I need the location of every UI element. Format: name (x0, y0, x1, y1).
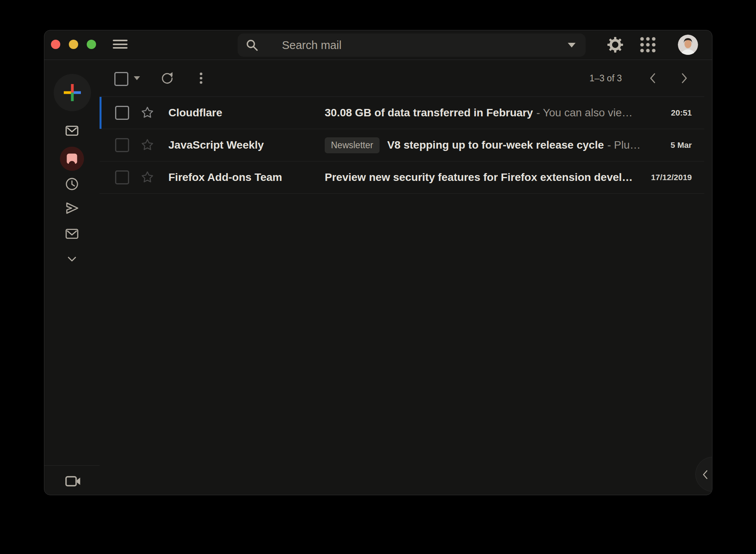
sidebar (44, 60, 100, 495)
email-checkbox[interactable] (115, 170, 129, 184)
account-avatar[interactable] (678, 35, 698, 55)
chevron-down-icon[interactable] (65, 252, 79, 266)
close-window-button[interactable] (51, 40, 60, 49)
envelope-icon[interactable] (64, 123, 80, 139)
email-checkbox[interactable] (115, 138, 129, 152)
list-toolbar: 1–3 of 3 (100, 60, 712, 96)
email-label-badge: Newsletter (325, 137, 380, 153)
select-all-checkbox[interactable] (114, 72, 128, 86)
older-page-button[interactable] (677, 72, 691, 85)
inbox-tray-icon (64, 151, 80, 167)
google-apps-button[interactable] (640, 37, 656, 53)
minimize-window-button[interactable] (69, 40, 78, 49)
vertical-dots-icon (194, 71, 208, 86)
search-icon (245, 39, 259, 52)
email-row[interactable]: Cloudflare 30.08 GB of data transferred … (100, 96, 704, 129)
email-time: 17/12/2019 (651, 173, 692, 182)
search-options-caret-icon[interactable] (568, 43, 576, 47)
email-row[interactable]: JavaScript Weekly Newsletter V8 stepping… (100, 129, 704, 161)
email-list: Cloudflare 30.08 GB of data transferred … (100, 96, 704, 194)
email-subject-area: 30.08 GB of data transferred in February… (325, 107, 671, 119)
compose-button[interactable] (54, 74, 91, 111)
email-sender: JavaScript Weekly (168, 139, 325, 151)
selected-row-accent (100, 97, 102, 129)
top-bar (44, 30, 712, 60)
select-options-caret-icon[interactable] (134, 76, 140, 80)
clock-icon[interactable] (65, 177, 79, 191)
email-time: 20:51 (671, 108, 692, 117)
envelope-icon[interactable] (64, 226, 80, 242)
hamburger-menu-icon[interactable] (113, 40, 128, 51)
search-input[interactable] (281, 39, 563, 52)
email-sender: Cloudflare (168, 107, 325, 119)
paper-plane-icon[interactable] (64, 200, 80, 216)
chevron-left-icon (700, 469, 711, 480)
refresh-icon (160, 71, 175, 86)
email-subject-area: Newsletter V8 stepping up to four-week r… (325, 137, 670, 153)
sidebar-item-inbox-selected[interactable] (60, 147, 84, 171)
email-subject: 30.08 GB of data transferred in February (325, 107, 533, 119)
email-time: 5 Mar (670, 140, 692, 150)
star-icon[interactable] (140, 137, 155, 153)
email-subject: V8 stepping up to four-week release cycl… (387, 139, 604, 151)
star-icon[interactable] (140, 170, 155, 185)
search-bar (238, 33, 586, 57)
email-row[interactable]: Firefox Add-ons Team Preview new securit… (100, 161, 704, 194)
refresh-button[interactable] (160, 71, 175, 86)
window-controls (51, 40, 96, 49)
video-camera-icon[interactable] (64, 472, 82, 490)
email-subject: Preview new security features for Firefo… (325, 171, 633, 184)
settings-button[interactable] (606, 36, 624, 54)
pagination-label: 1–3 of 3 (590, 60, 622, 96)
email-snippet: - You can also vie… (536, 107, 633, 119)
show-side-panel-button[interactable] (695, 457, 712, 492)
email-snippet: - Plu… (607, 139, 641, 151)
email-subject-area: Preview new security features for Firefo… (325, 171, 651, 184)
sidebar-divider (44, 465, 100, 466)
chevron-right-icon (677, 72, 691, 85)
apps-grid-icon (640, 37, 656, 53)
chevron-left-icon (646, 72, 660, 85)
more-options-button[interactable] (194, 71, 208, 86)
email-sender: Firefox Add-ons Team (168, 171, 325, 184)
star-icon[interactable] (140, 105, 155, 121)
email-checkbox[interactable] (115, 106, 129, 120)
compose-plus-icon (63, 83, 82, 102)
gear-icon (606, 36, 624, 54)
zoom-window-button[interactable] (87, 40, 96, 49)
gmail-window: 1–3 of 3 Cloudflare 30.08 GB of data tra… (44, 30, 712, 495)
newer-page-button[interactable] (646, 72, 660, 85)
